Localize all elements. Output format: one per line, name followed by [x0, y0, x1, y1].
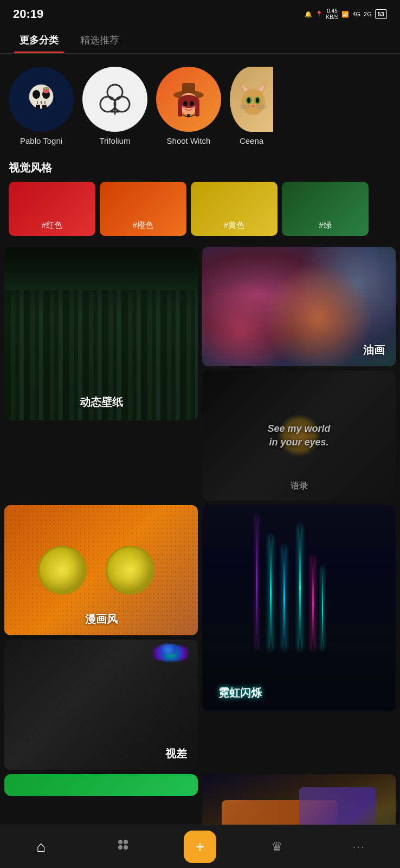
svg-point-1 — [33, 90, 40, 99]
svg-point-36 — [247, 98, 250, 103]
svg-rect-3 — [38, 105, 40, 109]
category-cards-grid: 动态壁纸 油画 See my worldin your eyes. 语录 — [0, 247, 400, 501]
crown-icon: ♛ — [271, 839, 283, 854]
svg-point-12 — [100, 97, 115, 112]
artist-ceena[interactable]: Ceena — [230, 67, 273, 145]
svg-point-29 — [241, 89, 265, 115]
color-chip-orange[interactable]: #橙色 — [100, 182, 186, 236]
svg-point-25 — [192, 106, 196, 108]
card-green-partial[interactable] — [4, 774, 198, 796]
svg-rect-6 — [44, 105, 47, 109]
card-comic[interactable]: 漫画风 — [4, 505, 198, 635]
nav-add-button[interactable]: + — [184, 831, 216, 863]
svg-rect-5 — [36, 105, 38, 109]
svg-point-23 — [190, 101, 194, 106]
card-neon[interactable]: 霓虹闪烁 — [202, 505, 396, 711]
speed-indicator: 0.45KB/S — [326, 8, 339, 20]
svg-rect-4 — [42, 105, 44, 109]
artist-name-shoot-witch: Shoot Witch — [167, 136, 211, 145]
artist-avatar-pablo — [9, 67, 74, 132]
card-quote-text: See my worldin your eyes. — [256, 422, 341, 449]
card-oil-painting[interactable]: 油画 — [202, 247, 396, 366]
color-chips-row: #红色 #橙色 #黄色 #绿 — [0, 182, 400, 236]
svg-point-46 — [124, 845, 128, 850]
nav-home[interactable]: ⌂ — [20, 831, 63, 863]
card-quote-label: 语录 — [291, 481, 308, 492]
artist-avatar-trifolium — [82, 67, 147, 132]
artist-name-trifolium: Trifolium — [100, 136, 131, 145]
card-comic-label: 漫画风 — [85, 612, 118, 627]
card-oil-painting-label: 油画 — [363, 343, 385, 358]
location-icon: 📍 — [315, 11, 323, 18]
svg-point-24 — [181, 106, 185, 108]
status-bar: 20:19 🔔 📍 0.45KB/S 📶 4G 2G 53 — [0, 0, 400, 26]
nav-apps[interactable] — [101, 831, 145, 863]
add-icon: + — [196, 839, 204, 854]
card-dynamic-wallpaper[interactable]: 动态壁纸 — [4, 247, 198, 420]
tabs-bar: 更多分类 精选推荐 — [0, 26, 400, 54]
svg-point-45 — [118, 845, 122, 850]
artist-avatar-ceena — [230, 67, 273, 132]
nav-more[interactable]: ··· — [337, 831, 380, 863]
visual-style-title: 视觉风格 — [0, 156, 400, 182]
svg-point-44 — [124, 840, 128, 844]
artist-shoot-witch[interactable]: Shoot Witch — [156, 67, 221, 145]
artist-trifolium[interactable]: Trifolium — [82, 67, 147, 145]
signal-4g: 4G — [352, 11, 360, 17]
card-dynamic-wallpaper-label: 动态壁纸 — [80, 395, 123, 410]
bottom-nav: ⌂ + ♛ ··· — [0, 825, 400, 868]
artist-pablo-togni[interactable]: Pablo Togni — [9, 67, 74, 145]
category-cards-grid-2: 漫画风 霓虹闪烁 视差 — [0, 505, 400, 770]
card-parallax-label: 视差 — [165, 746, 187, 761]
card-neon-label: 霓虹闪烁 — [218, 686, 262, 700]
tab-featured[interactable]: 精选推荐 — [69, 26, 130, 53]
artist-name-pablo: Pablo Togni — [20, 136, 62, 145]
svg-point-37 — [256, 98, 259, 103]
artist-avatar-shoot-witch — [156, 67, 221, 132]
status-icons: 🔔 📍 0.45KB/S 📶 4G 2G 53 — [305, 8, 387, 20]
color-chip-red[interactable]: #红色 — [9, 182, 95, 236]
artist-name-ceena: Ceena — [240, 136, 263, 145]
bell-icon: 🔔 — [305, 11, 312, 18]
status-time: 20:19 — [13, 7, 43, 21]
svg-point-43 — [118, 840, 122, 844]
artists-row: Pablo Togni Trifolium — [0, 62, 400, 156]
card-quote[interactable]: See my worldin your eyes. 语录 — [202, 371, 396, 501]
apps-icon — [115, 837, 131, 856]
wifi-icon: 📶 — [341, 11, 349, 18]
svg-point-0 — [29, 85, 53, 108]
svg-point-22 — [183, 101, 188, 106]
more-icon: ··· — [353, 840, 365, 853]
color-chip-green[interactable]: #绿 — [282, 182, 369, 236]
card-parallax[interactable]: 视差 — [4, 640, 198, 770]
nav-crown[interactable]: ♛ — [255, 831, 299, 863]
signal-2g: 2G — [364, 11, 372, 17]
color-chip-yellow[interactable]: #黄色 — [191, 182, 278, 236]
tab-more-categories[interactable]: 更多分类 — [9, 26, 69, 53]
svg-point-13 — [114, 97, 130, 112]
battery-indicator: 53 — [375, 9, 387, 19]
home-icon: ⌂ — [36, 838, 46, 856]
